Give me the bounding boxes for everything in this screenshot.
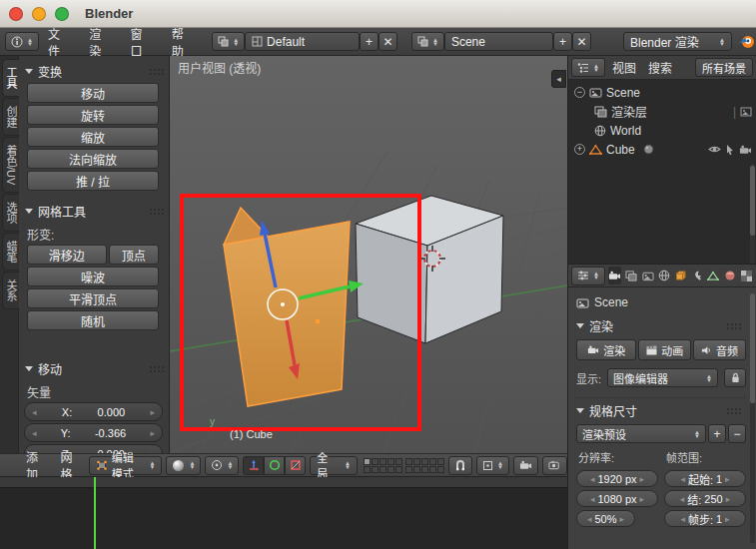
operator-panel-header[interactable]: 移动 [19, 356, 169, 380]
scene-delete-button[interactable]: ✕ [572, 32, 591, 51]
opengl-render-anim-button[interactable] [542, 456, 567, 475]
push-pull-button[interactable]: 推 / 拉 [27, 171, 159, 191]
tab-render-layers[interactable] [624, 267, 637, 284]
render-engine-selector[interactable]: Blender 渲染 ▲▼ [623, 32, 732, 51]
vertex-slide-button[interactable]: 顶点 [109, 245, 159, 265]
layer-cell[interactable] [387, 458, 394, 465]
stepper-left-icon[interactable]: ◂ [32, 407, 37, 417]
pivot-selector[interactable]: ▲▼ [205, 456, 239, 475]
window-maximize-button[interactable] [55, 7, 69, 21]
tab-create[interactable]: 创建 [2, 98, 19, 136]
editor-type-button[interactable]: ▲▼ [5, 32, 39, 51]
scale-manipulator-button[interactable] [285, 456, 306, 475]
translate-manipulator-button[interactable] [243, 456, 264, 475]
outliner-editor-type-button[interactable]: ▲▼ [571, 58, 605, 77]
outliner-search-menu[interactable]: 搜索 [643, 59, 677, 76]
timeline-editor[interactable] [0, 477, 567, 549]
edge-slide-button[interactable]: 滑移边 [27, 245, 107, 265]
tab-scene-properties[interactable] [641, 267, 654, 284]
scene-add-button[interactable]: + [553, 32, 572, 51]
display-mode-selector[interactable]: 图像编辑器 ▲▼ [607, 368, 718, 387]
tab-tools[interactable]: 工具 [2, 59, 19, 97]
render-toggle-icon[interactable] [740, 107, 752, 117]
rotate-manipulator-button[interactable] [264, 456, 285, 475]
menu-window[interactable]: 窗口 [122, 25, 163, 59]
snap-toggle-button[interactable] [448, 456, 472, 475]
tab-relations[interactable]: 关系 [2, 272, 19, 309]
smooth-vertex-button[interactable]: 平滑顶点 [27, 288, 159, 308]
layer-cell[interactable] [429, 466, 436, 473]
preset-add-button[interactable]: + [708, 424, 726, 443]
stepper-right-icon[interactable]: ▸ [150, 407, 155, 417]
resolution-y-field[interactable]: ◂1080 px▸ [576, 490, 658, 507]
properties-scrollbar[interactable] [750, 293, 755, 543]
layer-cell[interactable] [364, 458, 371, 465]
outliner-display-mode-selector[interactable]: 所有场景 [695, 58, 753, 77]
selected-plane-object[interactable] [224, 208, 350, 406]
rotate-button[interactable]: 旋转 [27, 105, 159, 125]
frame-step-field[interactable]: ◂ 帧步: 1 ▸ [664, 510, 746, 527]
outliner-item-scene[interactable]: − Scene [568, 83, 756, 102]
sidebar-collapse-button[interactable]: ◂ [551, 70, 566, 88]
mode-selector[interactable]: 编辑模式 ▲▼ [89, 456, 163, 475]
shrink-fatten-button[interactable]: 法向缩放 [27, 149, 159, 169]
layout-browse-button[interactable]: ▲▼ [212, 32, 245, 51]
eye-icon[interactable] [708, 145, 721, 154]
opengl-render-button[interactable] [513, 456, 538, 475]
vector-y-field[interactable]: ◂ Y: -0.366 ▸ [24, 423, 163, 442]
tab-options[interactable]: 选项 [2, 194, 19, 232]
translate-button[interactable]: 移动 [27, 83, 159, 103]
tab-world-properties[interactable] [657, 267, 670, 284]
snap-element-selector[interactable]: ▲▼ [476, 456, 509, 475]
expand-icon[interactable]: + [574, 144, 585, 155]
layer-cell[interactable] [413, 458, 420, 465]
viewport-3d[interactable]: 用户视图 (透视) y (1) Cube [170, 56, 567, 453]
current-frame-line[interactable] [94, 477, 96, 549]
outliner-view-menu[interactable]: 视图 [607, 59, 641, 76]
tab-texture-properties[interactable] [740, 267, 753, 284]
layer-cell[interactable] [405, 458, 412, 465]
layer-cell[interactable] [372, 466, 378, 473]
layout-delete-button[interactable]: ✕ [378, 32, 397, 51]
shading-selector[interactable]: ▲▼ [166, 456, 201, 475]
menu-help[interactable]: 帮助 [163, 25, 204, 59]
lock-interface-button[interactable] [724, 368, 746, 387]
tab-material-properties[interactable] [723, 267, 736, 284]
randomize-button[interactable]: 随机 [27, 310, 159, 330]
vector-x-field[interactable]: ◂ X: 0.000 ▸ [24, 402, 163, 421]
noise-button[interactable]: 噪波 [27, 267, 159, 286]
audio-button[interactable]: 音频 [693, 339, 746, 360]
tab-object-properties[interactable] [674, 267, 687, 284]
timeline-scrollbar[interactable] [0, 477, 567, 488]
layer-cell[interactable] [372, 458, 378, 465]
outliner-item-world[interactable]: World [568, 121, 756, 140]
layer-cell[interactable] [395, 458, 402, 465]
preset-remove-button[interactable]: − [728, 424, 746, 443]
frame-end-field[interactable]: ◂ 结: 250 ▸ [664, 490, 746, 507]
scale-button[interactable]: 缩放 [27, 127, 159, 147]
window-minimize-button[interactable] [32, 7, 46, 21]
layer-cell[interactable] [437, 466, 444, 473]
tab-grease-pencil[interactable]: 蜡笔 [2, 233, 19, 271]
layer-cell[interactable] [421, 458, 428, 465]
layer-cell[interactable] [364, 466, 371, 473]
layout-selector[interactable]: Default [245, 32, 360, 51]
orientation-selector[interactable]: 全局 ▲▼ [310, 456, 358, 475]
collapse-icon[interactable]: − [574, 87, 585, 98]
transform-panel-header[interactable]: 变换 [19, 59, 169, 83]
layer-cell[interactable] [429, 458, 436, 465]
tab-shading-uv[interactable]: 着色/UV [2, 137, 19, 193]
stepper-right-icon[interactable]: ▸ [150, 428, 155, 438]
animation-button[interactable]: 动画 [638, 339, 691, 360]
layer-cell[interactable] [405, 466, 412, 473]
resolution-percentage-field[interactable]: ◂50%▸ [576, 510, 635, 527]
scene-browse-button[interactable]: ▲▼ [411, 32, 444, 51]
outliner-item-cube[interactable]: + Cube [568, 140, 756, 159]
layer-cell[interactable] [437, 458, 444, 465]
layer-cell[interactable] [387, 466, 394, 473]
selectable-pointer-icon[interactable] [725, 144, 735, 156]
layer-cell[interactable] [379, 458, 386, 465]
stepper-left-icon[interactable]: ◂ [32, 428, 37, 438]
layer-cell[interactable] [379, 466, 386, 473]
resolution-x-field[interactable]: ◂1920 px▸ [576, 470, 658, 487]
